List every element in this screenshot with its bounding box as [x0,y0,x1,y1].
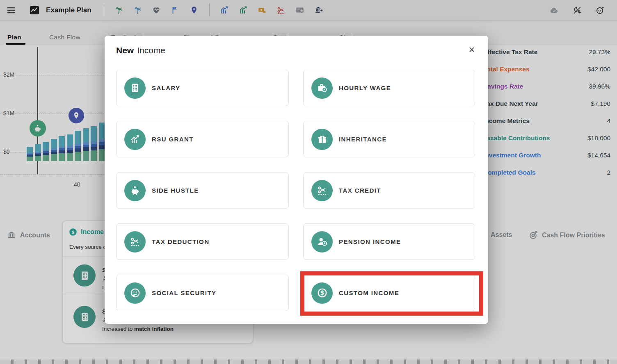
income-type-label: SALARY [152,84,181,91]
piggy-bank-icon [124,180,146,201]
income-type-label: PENSION INCOME [339,238,401,245]
income-type-option-salary[interactable]: SALARY [116,70,289,106]
income-type-label: SOCIAL SECURITY [152,289,216,296]
income-type-label: TAX DEDUCTION [152,238,209,245]
scissors-cut-icon [124,231,146,253]
income-type-option-pension-income[interactable]: PENSION INCOME [303,223,475,260]
scissors-cut-icon [311,180,333,201]
modal-title-new: New [116,46,134,55]
app-window: Example Plan PlanCash FlowTax AnalyticsC… [0,0,617,364]
income-type-option-hourly-wage[interactable]: HOURLY WAGE [303,70,475,106]
gift-icon [311,129,333,150]
income-type-option-social-security[interactable]: SOCIAL SECURITY [116,275,289,311]
elder-face-icon [124,282,146,304]
person-clock-icon [311,231,333,253]
income-type-option-tax-deduction[interactable]: TAX DEDUCTION [116,223,289,260]
income-type-label: SIDE HUSTLE [152,187,199,194]
income-type-label: RSU GRANT [152,136,194,143]
income-type-label: TAX CREDIT [339,187,381,194]
building-icon [124,77,146,99]
highlight-annotation-custom-income [300,271,483,316]
income-type-label: HOURLY WAGE [339,84,391,91]
income-type-label: INHERITANCE [339,136,387,143]
close-icon[interactable]: ✕ [468,45,475,55]
income-type-option-side-hustle[interactable]: SIDE HUSTLE [116,172,289,209]
income-type-option-tax-credit[interactable]: TAX CREDIT [303,172,475,209]
briefcase-clock-icon [311,77,333,99]
modal-title: NewIncome [116,46,165,55]
modal-title-income: Income [137,46,165,55]
income-type-option-inheritance[interactable]: INHERITANCE [303,121,475,157]
income-type-option-rsu-grant[interactable]: RSU GRANT [116,121,289,157]
rsu-chart-icon [124,129,146,150]
